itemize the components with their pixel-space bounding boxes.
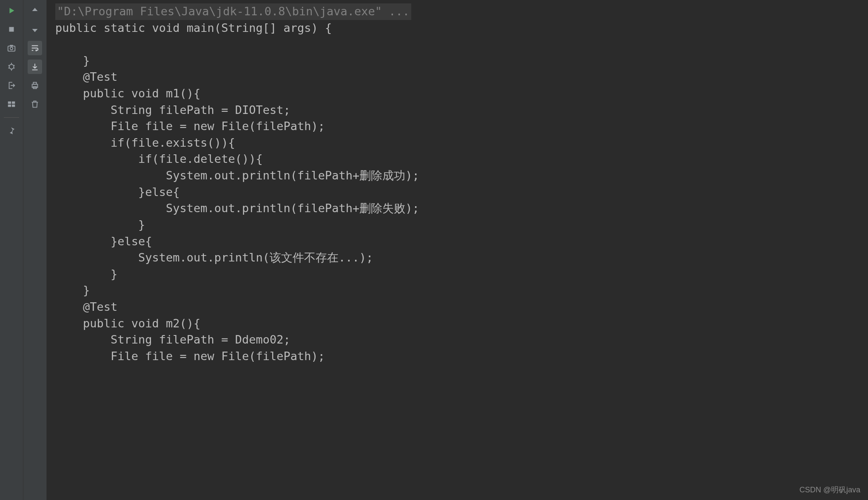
up-arrow-icon (30, 6, 40, 15)
code-line: public void m1(){ (55, 87, 200, 100)
stop-button[interactable] (4, 22, 19, 37)
code-line: System.out.println(filePath+删除失败); (55, 202, 419, 215)
clear-all-button[interactable] (28, 97, 42, 111)
stop-icon (7, 25, 16, 34)
svg-point-4 (9, 65, 14, 69)
layout-button[interactable] (4, 97, 19, 111)
code-line: } (55, 267, 117, 281)
exit-button[interactable] (4, 78, 19, 93)
play-icon (7, 6, 16, 15)
soft-wrap-icon (30, 43, 40, 53)
code-line: public static void main(String[] args) { (55, 21, 332, 34)
code-line: }else{ (55, 235, 152, 248)
layout-icon (7, 99, 16, 109)
svg-rect-8 (12, 105, 15, 107)
scroll-to-end-button[interactable] (28, 60, 42, 74)
svg-rect-3 (10, 45, 13, 47)
code-line: File file = new File(filePath); (55, 119, 325, 133)
svg-rect-0 (9, 27, 14, 32)
svg-rect-7 (8, 105, 11, 107)
code-line: } (55, 218, 145, 231)
code-line: @Test (55, 300, 117, 313)
down-arrow-icon (30, 25, 40, 34)
code-line: if(file.delete()){ (55, 152, 263, 165)
code-line: } (55, 54, 90, 67)
svg-rect-10 (33, 82, 36, 85)
code-line: @Test (55, 70, 117, 83)
code-line: public void m2(){ (55, 317, 200, 330)
code-line: File file = new File(filePath); (55, 349, 325, 363)
debug-icon (7, 62, 16, 71)
camera-icon (7, 43, 16, 53)
debug-button[interactable] (4, 60, 19, 74)
code-line: System.out.println(filePath+删除成功); (55, 169, 419, 182)
exit-icon (7, 81, 16, 90)
console-output-panel[interactable]: "D:\Program Files\Java\jdk-11.0.8\bin\ja… (47, 0, 868, 500)
code-line: String filePath = DIOTest; (55, 103, 290, 116)
run-toolbar-left (0, 0, 23, 500)
watermark: CSDN @明矾java (800, 485, 860, 495)
console-text: "D:\Program Files\Java\jdk-11.0.8\bin\ja… (47, 0, 868, 368)
command-line: "D:\Program Files\Java\jdk-11.0.8\bin\ja… (55, 3, 411, 20)
svg-rect-6 (12, 102, 15, 104)
pin-icon (7, 126, 16, 136)
svg-rect-5 (8, 102, 11, 104)
dump-threads-button[interactable] (4, 41, 19, 55)
scroll-to-end-icon (30, 62, 40, 71)
console-toolbar (23, 0, 47, 500)
code-line: } (55, 284, 90, 297)
toolbar-divider (4, 117, 19, 118)
down-stack-button[interactable] (28, 22, 42, 37)
print-icon (30, 81, 40, 90)
trash-icon (30, 99, 40, 109)
code-line: String filePath = Ddemo02; (55, 333, 290, 346)
pin-button[interactable] (4, 124, 19, 138)
code-line: System.out.println(该文件不存在...); (55, 251, 373, 264)
svg-point-2 (10, 47, 13, 50)
soft-wrap-button[interactable] (28, 41, 42, 55)
code-line: if(file.exists()){ (55, 136, 235, 149)
code-line: }else{ (55, 185, 180, 199)
print-button[interactable] (28, 78, 42, 93)
up-stack-button[interactable] (28, 3, 42, 18)
rerun-button[interactable] (4, 3, 19, 18)
